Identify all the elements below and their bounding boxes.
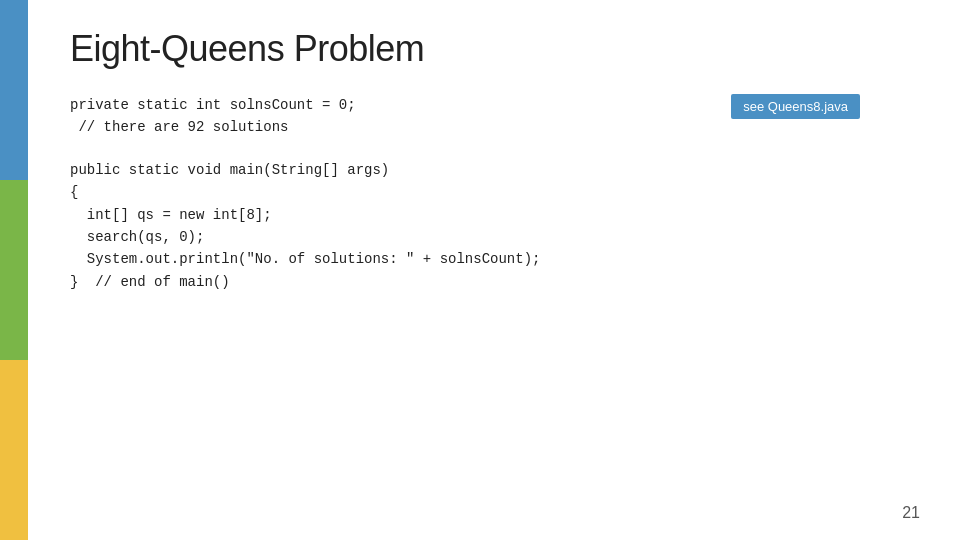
page-title: Eight-Queens Problem	[70, 28, 920, 70]
sidebar-bar-yellow	[0, 360, 28, 540]
code-line-8: } // end of main()	[70, 271, 920, 293]
sidebar-decoration	[0, 0, 28, 540]
page-number: 21	[902, 504, 920, 522]
code-line-4: {	[70, 181, 920, 203]
sidebar-bar-blue	[0, 0, 28, 180]
main-content: Eight-Queens Problem private static int …	[40, 0, 960, 540]
code-line-6: search(qs, 0);	[70, 226, 920, 248]
see-queens-badge: see Queens8.java	[731, 94, 860, 119]
code-section-top: private static int solnsCount = 0; // th…	[70, 94, 920, 139]
code-line-2: // there are 92 solutions	[70, 116, 920, 138]
code-line-5: int[] qs = new int[8];	[70, 204, 920, 226]
code-block-bottom: public static void main(String[] args) {…	[70, 159, 920, 293]
code-line-3: public static void main(String[] args)	[70, 159, 920, 181]
sidebar-bar-green	[0, 180, 28, 360]
code-section-bottom: public static void main(String[] args) {…	[70, 159, 920, 293]
code-line-7: System.out.println("No. of solutions: " …	[70, 248, 920, 270]
